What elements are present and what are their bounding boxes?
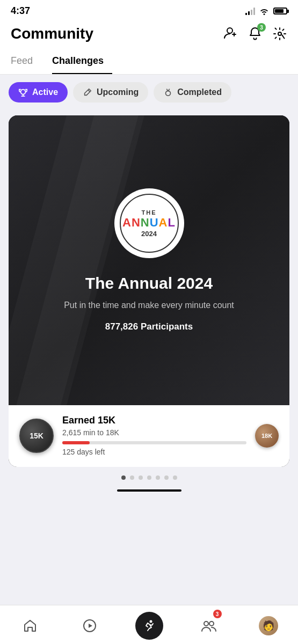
dot-1[interactable] xyxy=(130,475,134,480)
progress-panel: 15K Earned 15K 2,615 min to 18K 125 days… xyxy=(9,405,289,467)
progress-bar xyxy=(62,441,246,444)
battery-icon xyxy=(273,8,287,14)
next-medal-badge: 18K xyxy=(255,424,279,448)
people-icon xyxy=(201,618,217,633)
challenge-area: THE ANNUAL 2024 The Annual 2024 Put in t… xyxy=(0,110,298,485)
play-icon-wrap xyxy=(76,612,104,640)
trophy-icon xyxy=(18,87,28,97)
days-label: 125 days left xyxy=(62,448,246,456)
wifi-icon xyxy=(259,8,269,15)
earned-label: Earned 15K xyxy=(62,415,246,426)
svg-point-0 xyxy=(278,32,281,35)
progress-info: Earned 15K 2,615 min to 18K 125 days lef… xyxy=(62,415,246,456)
community-badge: 3 xyxy=(213,610,222,618)
add-person-button[interactable] xyxy=(223,26,238,41)
nav-community[interactable]: 3 xyxy=(195,612,223,640)
header-icons: 3 xyxy=(223,26,287,41)
gear-icon xyxy=(272,26,287,41)
dot-3[interactable] xyxy=(147,475,151,480)
dot-2[interactable] xyxy=(139,475,143,480)
challenge-card[interactable]: THE ANNUAL 2024 The Annual 2024 Put in t… xyxy=(9,115,289,467)
notification-button[interactable]: 3 xyxy=(248,26,263,41)
dot-0[interactable] xyxy=(121,475,126,480)
tab-challenges[interactable]: Challenges xyxy=(52,49,112,74)
bottom-nav: 3 🧑 xyxy=(0,605,298,644)
progress-bar-fill xyxy=(62,441,90,444)
dot-6[interactable] xyxy=(173,475,177,480)
dot-5[interactable] xyxy=(164,475,169,480)
add-person-icon xyxy=(223,26,238,41)
carousel-dots xyxy=(9,467,289,485)
home-indicator xyxy=(117,489,181,492)
minutes-label: 2,615 min to 18K xyxy=(62,428,246,437)
status-time: 4:37 xyxy=(11,5,30,17)
play-icon xyxy=(82,618,97,633)
tab-feed[interactable]: Feed xyxy=(11,49,41,74)
nav-activity[interactable] xyxy=(135,612,163,640)
logo-year-text: 2024 xyxy=(141,230,157,238)
page-title: Community xyxy=(11,25,93,42)
challenge-title: The Annual 2024 xyxy=(85,274,213,292)
filter-upcoming[interactable]: Upcoming xyxy=(73,82,148,103)
medal-icon xyxy=(163,87,173,97)
nav-profile[interactable]: 🧑 xyxy=(255,612,282,640)
pencil-lines-icon xyxy=(83,87,92,97)
challenge-logo: THE ANNUAL 2024 xyxy=(114,188,184,258)
logo-annual-text: ANNUAL xyxy=(122,216,176,230)
filter-bar: Active Upcoming Completed xyxy=(0,75,298,110)
dot-4[interactable] xyxy=(156,475,160,480)
challenge-subtitle: Put in the time and make every minute co… xyxy=(64,299,234,312)
filter-active[interactable]: Active xyxy=(9,82,68,103)
profile-icon-wrap: 🧑 xyxy=(255,612,282,640)
logo-the-text: THE xyxy=(142,209,157,216)
svg-point-5 xyxy=(209,621,214,626)
settings-button[interactable] xyxy=(272,26,287,41)
tabs-bar: Feed Challenges xyxy=(0,49,298,75)
challenge-participants: 877,826 Participants xyxy=(105,321,193,332)
signal-icon xyxy=(245,8,255,15)
svg-point-3 xyxy=(149,620,152,623)
profile-avatar: 🧑 xyxy=(259,616,278,635)
activity-icon-wrap xyxy=(135,612,163,640)
svg-point-4 xyxy=(204,621,208,626)
filter-completed[interactable]: Completed xyxy=(154,82,231,103)
nav-home[interactable] xyxy=(16,612,44,640)
app-header: Community 3 xyxy=(0,20,298,49)
status-bar: 4:37 xyxy=(0,0,298,20)
notification-badge: 3 xyxy=(257,23,266,32)
run-icon xyxy=(142,619,156,633)
home-icon-wrap xyxy=(16,612,44,640)
home-icon xyxy=(23,618,38,633)
status-icons xyxy=(245,8,287,15)
card-hero: THE ANNUAL 2024 The Annual 2024 Put in t… xyxy=(9,115,289,405)
current-medal-badge: 15K xyxy=(19,419,54,453)
nav-play[interactable] xyxy=(76,612,104,640)
